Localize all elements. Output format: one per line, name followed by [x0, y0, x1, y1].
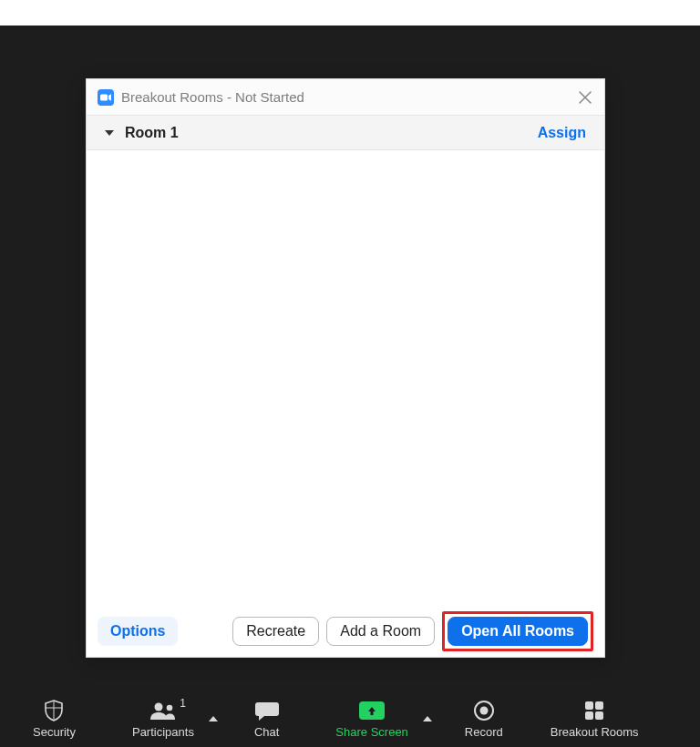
share-screen-icon: [359, 700, 385, 721]
security-button[interactable]: Security: [24, 691, 85, 747]
participants-icon: 1: [149, 700, 177, 721]
open-all-rooms-button[interactable]: Open All Rooms: [448, 617, 588, 646]
svg-rect-5: [585, 701, 593, 710]
share-screen-label: Share Screen: [335, 725, 408, 739]
record-icon: [474, 700, 494, 721]
svg-point-4: [479, 706, 488, 714]
room-name: Room 1: [125, 125, 538, 141]
chat-label: Chat: [254, 725, 279, 739]
participants-count: 1: [180, 697, 186, 710]
meeting-toolbar: Security 1 Participants Chat Share: [0, 691, 700, 747]
breakout-rooms-button[interactable]: Breakout Rooms: [541, 691, 648, 747]
svg-rect-0: [100, 94, 108, 100]
options-button[interactable]: Options: [98, 617, 178, 646]
dialog-title: Breakout Rooms - Not Started: [121, 89, 577, 105]
dialog-footer: Options Recreate Add a Room Open All Roo…: [87, 606, 604, 657]
participants-button[interactable]: 1 Participants: [123, 691, 203, 747]
add-room-button[interactable]: Add a Room: [326, 617, 435, 646]
open-all-highlight: Open All Rooms: [442, 611, 593, 651]
svg-rect-8: [595, 711, 603, 720]
share-screen-more-button[interactable]: [417, 691, 438, 747]
shield-icon: [44, 700, 64, 721]
participants-more-button[interactable]: [203, 691, 223, 747]
record-button[interactable]: Record: [456, 691, 512, 747]
chevron-up-icon: [209, 716, 218, 721]
participants-label: Participants: [132, 725, 194, 739]
chevron-up-icon: [423, 716, 432, 721]
grid-icon: [584, 700, 604, 721]
caret-down-icon: [105, 130, 114, 136]
security-label: Security: [33, 725, 76, 739]
recreate-button[interactable]: Recreate: [232, 617, 319, 646]
assign-link[interactable]: Assign: [538, 125, 586, 141]
chat-icon: [255, 700, 279, 721]
close-button[interactable]: [577, 89, 593, 106]
breakout-rooms-dialog: Breakout Rooms - Not Started Room 1 Assi…: [86, 78, 605, 658]
top-whitespace: [0, 0, 700, 26]
record-label: Record: [465, 725, 503, 739]
svg-point-1: [154, 702, 162, 711]
breakout-rooms-label: Breakout Rooms: [551, 725, 639, 739]
svg-rect-7: [585, 711, 593, 720]
share-screen-button[interactable]: Share Screen: [326, 691, 417, 747]
svg-rect-6: [595, 701, 603, 710]
zoom-app-icon: [98, 89, 114, 106]
meeting-window: Breakout Rooms - Not Started Room 1 Assi…: [0, 26, 700, 747]
svg-point-2: [167, 704, 173, 711]
close-icon: [579, 91, 592, 104]
rooms-list-body: [87, 150, 604, 606]
chat-button[interactable]: Chat: [245, 691, 288, 747]
room-row[interactable]: Room 1 Assign: [87, 116, 604, 150]
dialog-titlebar: Breakout Rooms - Not Started: [87, 79, 604, 116]
